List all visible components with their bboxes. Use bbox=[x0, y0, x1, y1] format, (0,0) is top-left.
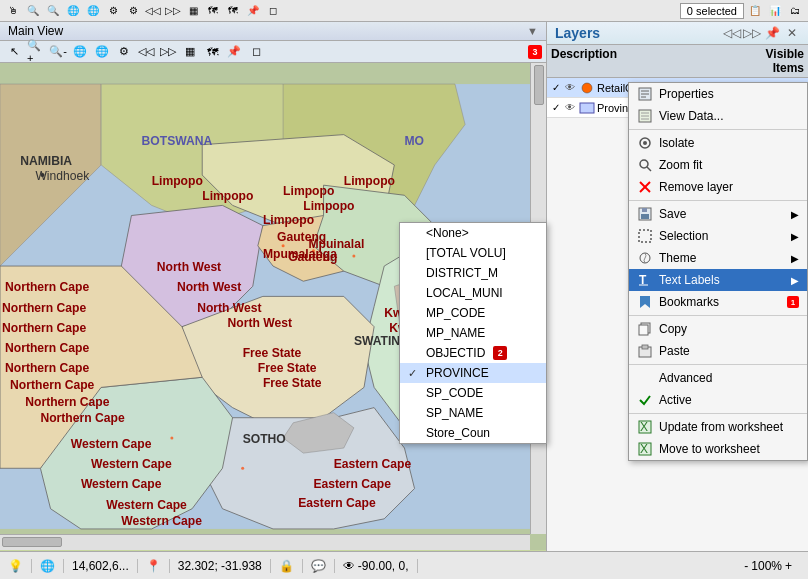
zoom-fit-icon bbox=[637, 157, 653, 173]
ctx-copy[interactable]: Copy bbox=[629, 318, 807, 340]
layer-check-provinces[interactable]: ✓ bbox=[549, 102, 563, 113]
toolbar-icon-pointer[interactable]: 🖱 bbox=[4, 2, 22, 20]
selection-arrow: ▶ bbox=[791, 231, 799, 242]
toolbar-icon-rect[interactable]: ◻ bbox=[264, 2, 282, 20]
map-tool-checkers[interactable]: 🗺 bbox=[202, 42, 222, 62]
map-tool-globe2[interactable]: 🌐 bbox=[92, 42, 112, 62]
field-mp-code[interactable]: MP_CODE bbox=[400, 303, 546, 323]
field-local-muni[interactable]: LOCAL_MUNI bbox=[400, 283, 546, 303]
toolbar-icon-zoom-in[interactable]: 🔍 bbox=[24, 2, 42, 20]
map-scrollbar-bottom[interactable] bbox=[0, 534, 530, 550]
field-total-volu[interactable]: [TOTAL VOLU] bbox=[400, 243, 546, 263]
toolbar-icon-map[interactable]: 🗺 bbox=[204, 2, 222, 20]
ctx-bookmarks[interactable]: Bookmarks 1 bbox=[629, 291, 807, 313]
svg-text:SOTHO: SOTHO bbox=[243, 432, 286, 446]
toolbar-icon-pin2[interactable]: 📌 bbox=[244, 2, 262, 20]
status-zoom[interactable]: - 100% + bbox=[744, 559, 800, 573]
copy-icon bbox=[637, 321, 653, 337]
ctx-theme[interactable]: Theme ▶ bbox=[629, 247, 807, 269]
paste-icon bbox=[637, 343, 653, 359]
toolbar-icon-globe2[interactable]: 🌐 bbox=[84, 2, 102, 20]
layer-vis-retail[interactable]: 👁 bbox=[563, 82, 577, 93]
field-mp-name[interactable]: MP_NAME bbox=[400, 323, 546, 343]
map-tool-pointer[interactable]: ↖ bbox=[4, 42, 24, 62]
field-district-m[interactable]: DISTRICT_M bbox=[400, 263, 546, 283]
svg-text:Free State: Free State bbox=[243, 346, 302, 360]
svg-text:Eastern Cape: Eastern Cape bbox=[313, 478, 391, 492]
svg-text:MO: MO bbox=[404, 134, 424, 148]
svg-text:Limpopo: Limpopo bbox=[303, 199, 354, 213]
ctx-update-worksheet[interactable]: X Update from worksheet bbox=[629, 416, 807, 438]
status-coords1: 14,602,6... bbox=[72, 559, 138, 573]
toolbar-icon-settings1[interactable]: ⚙ bbox=[104, 2, 122, 20]
map-tool-grid[interactable]: ▦ bbox=[180, 42, 200, 62]
toolbar-icon-extra2[interactable]: 📊 bbox=[766, 2, 784, 20]
ctx-remove-layer[interactable]: Remove layer bbox=[629, 176, 807, 198]
toolbar-icon-settings2[interactable]: ⚙ bbox=[124, 2, 142, 20]
ctx-text-labels[interactable]: T Text Labels ▶ bbox=[629, 269, 807, 291]
ctx-update-label: Update from worksheet bbox=[659, 420, 783, 434]
layer-check-retail[interactable]: ✓ bbox=[549, 82, 563, 93]
map-tool-zoom-in[interactable]: 🔍+ bbox=[26, 42, 46, 62]
layers-pin[interactable]: 📌 bbox=[764, 25, 780, 41]
svg-text:Northern Cape: Northern Cape bbox=[5, 361, 89, 375]
ctx-advanced[interactable]: Advanced bbox=[629, 367, 807, 389]
map-tool-rect[interactable]: ◻ bbox=[246, 42, 266, 62]
layers-header-icons: ◁◁ ▷▷ 📌 ✕ bbox=[724, 25, 800, 41]
status-coords3: -90.00, 0, bbox=[358, 559, 409, 573]
svg-text:Northern Cape: Northern Cape bbox=[2, 321, 86, 335]
ctx-selection[interactable]: Selection ▶ bbox=[629, 225, 807, 247]
ctx-view-data-label: View Data... bbox=[659, 109, 723, 123]
status-bar: 💡 🌐 14,602,6... 📍 32.302; -31.938 🔒 💬 👁 … bbox=[0, 551, 808, 579]
field-none[interactable]: <None> bbox=[400, 223, 546, 243]
ctx-save[interactable]: Save ▶ bbox=[629, 203, 807, 225]
ctx-zoom-fit[interactable]: Zoom fit bbox=[629, 154, 807, 176]
selected-count-badge: 0 selected bbox=[680, 3, 744, 19]
layers-col-visible: Visible Items bbox=[734, 47, 804, 75]
ctx-isolate[interactable]: Isolate bbox=[629, 132, 807, 154]
ctx-properties-label: Properties bbox=[659, 87, 714, 101]
status-lock-icon: 🔒 bbox=[279, 559, 294, 573]
ctx-properties[interactable]: Properties bbox=[629, 83, 807, 105]
svg-point-65 bbox=[582, 83, 592, 93]
ctx-active[interactable]: Active bbox=[629, 389, 807, 411]
svg-text:North West: North West bbox=[177, 280, 241, 294]
status-zoom-plus[interactable]: + bbox=[785, 559, 792, 573]
map-tool-forward[interactable]: ▷▷ bbox=[158, 42, 178, 62]
main-layout: Main View ▼ ↖ 🔍+ 🔍- 🌐 🌐 ⚙ ◁◁ ▷▷ ▦ 🗺 📌 ◻ … bbox=[0, 22, 808, 551]
field-objectid[interactable]: OBJECTID 2 bbox=[400, 343, 546, 363]
ctx-view-data[interactable]: View Data... bbox=[629, 105, 807, 127]
status-eye-icon: 👁 bbox=[343, 559, 355, 573]
layer-vis-provinces[interactable]: 👁 bbox=[563, 102, 577, 113]
ctx-move-worksheet[interactable]: X Move to worksheet bbox=[629, 438, 807, 460]
ctx-zoom-fit-label: Zoom fit bbox=[659, 158, 702, 172]
svg-rect-92 bbox=[642, 345, 648, 349]
status-message-icon: 💬 bbox=[311, 559, 326, 573]
field-sp-code[interactable]: SP_CODE bbox=[400, 383, 546, 403]
map-tool-settings[interactable]: ⚙ bbox=[114, 42, 134, 62]
layers-nav-forward[interactable]: ▷▷ bbox=[744, 25, 760, 41]
toolbar-icon-extra1[interactable]: 📋 bbox=[746, 2, 764, 20]
field-sp-name[interactable]: SP_NAME bbox=[400, 403, 546, 423]
svg-text:Western Cape: Western Cape bbox=[121, 514, 202, 528]
toolbar-icon-extra3[interactable]: 🗂 bbox=[786, 2, 804, 20]
toolbar-icon-back[interactable]: ◁◁ bbox=[144, 2, 162, 20]
toolbar-icon-grid[interactable]: ▦ bbox=[184, 2, 202, 20]
map-tool-back[interactable]: ◁◁ bbox=[136, 42, 156, 62]
toolbar-icon-forward[interactable]: ▷▷ bbox=[164, 2, 182, 20]
field-store-coun-label: Store_Coun bbox=[426, 426, 490, 440]
layers-close[interactable]: ✕ bbox=[784, 25, 800, 41]
map-tool-globe1[interactable]: 🌐 bbox=[70, 42, 90, 62]
field-store-coun[interactable]: Store_Coun bbox=[400, 423, 546, 443]
status-lock[interactable]: 🔒 bbox=[279, 559, 303, 573]
layers-nav-back[interactable]: ◁◁ bbox=[724, 25, 740, 41]
toolbar-icon-pin1[interactable]: 🗺 bbox=[224, 2, 242, 20]
svg-text:North West: North West bbox=[157, 260, 221, 274]
map-tool-zoom-out[interactable]: 🔍- bbox=[48, 42, 68, 62]
ctx-paste[interactable]: Paste bbox=[629, 340, 807, 362]
toolbar-icon-zoom-out[interactable]: 🔍 bbox=[44, 2, 62, 20]
field-province[interactable]: ✓ PROVINCE bbox=[400, 363, 546, 383]
svg-text:X: X bbox=[640, 442, 648, 456]
map-tool-pin[interactable]: 📌 bbox=[224, 42, 244, 62]
toolbar-icon-globe1[interactable]: 🌐 bbox=[64, 2, 82, 20]
